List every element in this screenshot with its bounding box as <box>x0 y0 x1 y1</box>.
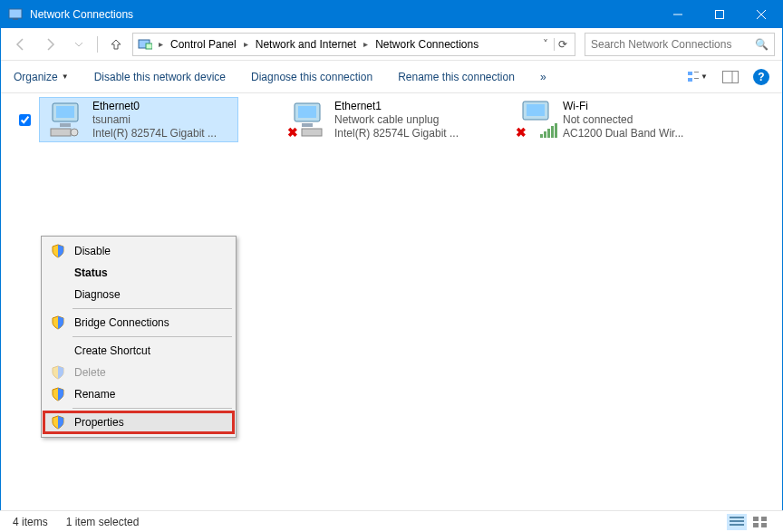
svg-rect-27 <box>730 524 744 526</box>
chevron-down-icon: ▼ <box>62 73 69 81</box>
app-icon <box>8 7 23 22</box>
chevron-right-icon[interactable]: ▸ <box>242 39 250 49</box>
ctx-diagnose[interactable]: Diagnose <box>44 284 234 305</box>
disable-device-button[interactable]: Disable this network device <box>94 71 226 83</box>
network-adapter-icon: ✖ <box>516 100 559 140</box>
address-dropdown[interactable]: ˅ ⟳ <box>539 38 571 51</box>
chevron-right-icon[interactable]: ▸ <box>157 39 165 49</box>
error-badge-icon: ✖ <box>516 125 527 140</box>
rename-button[interactable]: Rename this connection <box>398 71 515 83</box>
breadcrumb-item[interactable]: Network and Internet <box>254 38 358 51</box>
nav-separator <box>97 36 98 53</box>
menu-separator <box>72 336 232 337</box>
large-icons-view-button[interactable] <box>750 514 770 530</box>
svg-point-18 <box>71 129 78 136</box>
shield-icon <box>51 415 65 430</box>
ctx-rename[interactable]: Rename <box>44 383 234 405</box>
svg-rect-9 <box>694 72 699 73</box>
ctx-delete: Delete <box>44 362 234 383</box>
svg-rect-24 <box>527 104 545 116</box>
more-commands[interactable]: » <box>540 71 546 83</box>
connection-adapter: Intel(R) 82574L Gigabit ... <box>334 127 476 140</box>
svg-rect-3 <box>716 11 724 19</box>
svg-rect-16 <box>60 123 71 127</box>
svg-rect-28 <box>753 517 759 521</box>
connection-status: Not connected <box>563 113 704 127</box>
svg-rect-8 <box>688 72 692 75</box>
shield-icon <box>51 387 65 401</box>
connection-name: Ethernet1 <box>334 100 476 113</box>
breadcrumb-item[interactable]: Network Connections <box>373 38 480 51</box>
connection-status: Network cable unplug <box>334 113 476 127</box>
help-icon[interactable]: ? <box>753 69 769 85</box>
shield-icon <box>51 365 65 380</box>
svg-rect-11 <box>694 78 699 79</box>
diagnose-button[interactable]: Diagnose this connection <box>251 71 372 83</box>
svg-rect-0 <box>9 9 22 18</box>
connection-adapter: AC1200 Dual Band Wir... <box>563 127 704 140</box>
shield-icon <box>51 315 65 330</box>
connection-ethernet1[interactable]: ✖ Ethernet1 Network cable unplug Intel(R… <box>282 97 481 142</box>
search-input[interactable] <box>591 38 755 51</box>
ctx-status[interactable]: Status <box>44 262 234 284</box>
recent-dropdown[interactable] <box>66 32 92 57</box>
ctx-properties[interactable]: Properties <box>44 411 234 433</box>
ctx-bridge[interactable]: Bridge Connections <box>44 312 234 334</box>
connection-name: Ethernet0 <box>92 100 232 113</box>
maximize-button[interactable] <box>699 1 740 28</box>
ctx-disable[interactable]: Disable <box>44 240 234 262</box>
error-badge-icon: ✖ <box>287 125 298 140</box>
network-adapter-icon: ✖ <box>287 100 331 140</box>
preview-pane-icon[interactable] <box>720 69 740 85</box>
chevron-down-icon[interactable]: ˅ <box>539 38 552 51</box>
svg-rect-15 <box>56 106 74 118</box>
back-button[interactable] <box>8 32 34 57</box>
ctx-create-shortcut[interactable]: Create Shortcut <box>44 340 234 362</box>
details-view-button[interactable] <box>727 514 747 530</box>
navbar: ▸ Control Panel ▸ Network and Internet ▸… <box>1 28 782 61</box>
organize-menu[interactable]: Organize ▼ <box>14 71 69 83</box>
svg-rect-1 <box>13 18 18 20</box>
toolbar: Organize ▼ Disable this network device D… <box>1 61 782 93</box>
svg-rect-31 <box>761 523 767 527</box>
connection-ethernet0[interactable]: Ethernet0 tsunami Intel(R) 82574L Gigabi… <box>39 97 238 142</box>
svg-rect-7 <box>146 44 152 49</box>
svg-rect-22 <box>302 129 322 136</box>
window-buttons <box>657 1 782 28</box>
svg-rect-17 <box>51 129 71 136</box>
address-bar[interactable]: ▸ Control Panel ▸ Network and Internet ▸… <box>132 33 575 56</box>
svg-rect-29 <box>761 517 767 521</box>
item-count: 4 items <box>13 516 48 528</box>
search-box[interactable]: 🔍 <box>585 33 775 56</box>
svg-rect-30 <box>753 523 759 527</box>
location-icon <box>137 36 153 53</box>
close-button[interactable] <box>740 1 782 28</box>
svg-rect-20 <box>298 106 316 118</box>
svg-rect-21 <box>302 123 313 127</box>
refresh-icon[interactable]: ⟳ <box>554 38 571 51</box>
svg-rect-25 <box>730 517 744 518</box>
breadcrumb-item[interactable]: Control Panel <box>169 38 238 51</box>
view-options-icon[interactable]: ▼ <box>688 69 708 85</box>
connection-wifi[interactable]: ✖ Wi-Fi Not connected AC1200 Dual Band W… <box>510 97 710 142</box>
chevron-down-icon: ▼ <box>701 73 708 81</box>
minimize-button[interactable] <box>657 1 699 28</box>
wifi-signal-icon <box>540 123 557 138</box>
connection-name: Wi-Fi <box>563 100 704 113</box>
selection-checkbox[interactable] <box>19 114 31 126</box>
search-icon[interactable]: 🔍 <box>755 38 768 51</box>
shield-icon <box>51 244 65 258</box>
menu-separator <box>72 408 232 409</box>
connection-status: tsunami <box>92 113 232 127</box>
selected-count: 1 item selected <box>66 516 140 528</box>
up-button[interactable] <box>103 32 129 57</box>
svg-rect-26 <box>730 520 744 522</box>
context-menu: Disable Status Diagnose Bridge Connectio… <box>41 236 237 438</box>
svg-rect-12 <box>723 71 739 82</box>
content-area: Ethernet0 tsunami Intel(R) 82574L Gigabi… <box>1 93 782 501</box>
chevron-right-icon[interactable]: ▸ <box>362 39 370 49</box>
network-adapter-icon <box>45 100 89 140</box>
window-title: Network Connections <box>30 8 657 21</box>
status-bar: 4 items 1 item selected <box>0 510 783 532</box>
forward-button[interactable] <box>37 32 63 57</box>
